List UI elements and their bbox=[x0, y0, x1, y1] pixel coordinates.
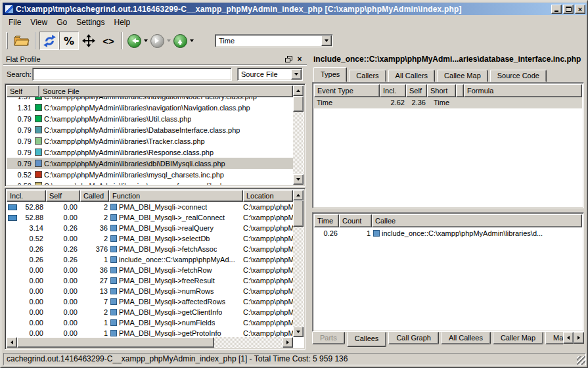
tab-scroll-left-button[interactable] bbox=[563, 332, 574, 344]
tab-callee-map[interactable]: Callee Map bbox=[437, 70, 488, 82]
file-row[interactable]: 0.79C:\xampp\phpMyAdmin\libraries\Tracke… bbox=[7, 135, 293, 147]
combo-dropdown-button[interactable] bbox=[291, 69, 302, 80]
file-row[interactable]: 0.52C:\xampp\phpMyAdmin\libraries\user_p… bbox=[7, 180, 293, 185]
menu-item-go[interactable]: Go bbox=[52, 16, 72, 28]
scroll-up-button[interactable] bbox=[293, 85, 304, 96]
back-dropdown[interactable] bbox=[142, 34, 149, 48]
event-row[interactable]: Time2.622.36Time bbox=[314, 97, 582, 108]
expand-width-button[interactable]: <> bbox=[99, 32, 118, 50]
search-input[interactable] bbox=[32, 68, 232, 81]
scroll-down-button[interactable] bbox=[293, 327, 304, 337]
flat-profile-titlebar: Flat Profile × bbox=[3, 53, 307, 65]
file-row[interactable]: 1.31C:\xampp\phpMyAdmin\libraries\naviga… bbox=[7, 102, 293, 113]
event-type-select[interactable]: Time bbox=[215, 34, 333, 47]
scrollbar-thumb[interactable] bbox=[293, 96, 304, 112]
header-called[interactable]: Called bbox=[80, 190, 109, 202]
scroll-right-button[interactable] bbox=[283, 337, 293, 348]
vertical-splitter[interactable] bbox=[307, 53, 309, 350]
header-callee[interactable]: Callee bbox=[372, 214, 582, 227]
bottom-tab-call-graph[interactable]: Call Graph bbox=[388, 332, 439, 344]
bottom-tab-all-callees[interactable]: All Callees bbox=[441, 332, 491, 344]
up-button[interactable] bbox=[172, 32, 188, 50]
header-spacer[interactable] bbox=[456, 84, 464, 97]
event-short-value: Time bbox=[427, 97, 456, 108]
function-row[interactable]: 0.520.002PMA_DBI_Mysqli->selectDbC:\xamp… bbox=[7, 233, 293, 244]
header-source-file[interactable]: Source File bbox=[39, 85, 293, 97]
file-row[interactable]: 1.57C:\xampp\phpMyAdmin\libraries\naviga… bbox=[7, 97, 293, 102]
tab-scroll-right-button[interactable] bbox=[574, 332, 584, 344]
incl-value: 0.00 bbox=[30, 277, 43, 285]
function-row[interactable]: 0.000.002PMA_DBI_Mysqli->getClientInfoC:… bbox=[7, 307, 293, 317]
bottom-tab-callees[interactable]: Callees bbox=[347, 332, 387, 347]
minimize-button[interactable] bbox=[551, 5, 562, 14]
float-panel-button[interactable] bbox=[284, 55, 293, 63]
tab-callers[interactable]: Callers bbox=[349, 70, 386, 82]
bottom-tab-machine[interactable]: Machine bbox=[545, 332, 563, 344]
header-self[interactable]: Self bbox=[7, 85, 39, 97]
header-incl[interactable]: Incl. bbox=[7, 190, 46, 202]
file-row[interactable]: 0.79C:\xampp\phpMyAdmin\libraries\Util.c… bbox=[7, 113, 293, 124]
header-incl[interactable]: Incl. bbox=[380, 84, 406, 97]
file-row[interactable]: 0.79C:\xampp\phpMyAdmin\libraries\Respon… bbox=[7, 147, 293, 158]
move-button[interactable] bbox=[79, 32, 99, 50]
scrollbar-thumb[interactable] bbox=[293, 200, 304, 227]
function-row[interactable]: 0.000.0036PMA_DBI_Mysqli->fetchRowC:\xam… bbox=[7, 265, 293, 275]
function-row[interactable]: 0.000.0013PMA_DBI_Mysqli->numRowsC:\xamp… bbox=[7, 286, 293, 296]
forward-button[interactable] bbox=[149, 32, 165, 50]
refresh-button[interactable] bbox=[39, 32, 59, 50]
title-bar[interactable]: C:\xampp\tmp\cachegrind.out.1416463299-C… bbox=[3, 3, 587, 15]
up-dropdown[interactable] bbox=[188, 34, 195, 48]
header-function[interactable]: Function bbox=[109, 190, 243, 202]
callee-row[interactable]: 0.261include_once::C:\xampp\phpMyAdmin\l… bbox=[314, 227, 582, 239]
header-location[interactable]: Location bbox=[243, 190, 293, 202]
percent-button[interactable]: % bbox=[59, 32, 79, 50]
close-panel-button[interactable]: × bbox=[295, 55, 304, 63]
combo-dropdown-button[interactable] bbox=[321, 35, 332, 46]
menu-item-help[interactable]: Help bbox=[110, 16, 135, 28]
back-icon bbox=[127, 34, 141, 48]
header-self[interactable]: Self bbox=[406, 84, 427, 97]
function-row[interactable]: 0.000.0027PMA_DBI_Mysqli->freeResultC:\x… bbox=[7, 275, 293, 286]
function-name: PMA_DBI_Mysqli->numRows bbox=[119, 287, 214, 295]
header-count[interactable]: Count bbox=[339, 214, 372, 227]
groupby-select[interactable]: Source File bbox=[237, 68, 303, 81]
function-row[interactable]: 0.000.001PMA_DBI_Mysqli->numFieldsC:\xam… bbox=[7, 317, 293, 328]
bottom-tab-caller-map[interactable]: Caller Map bbox=[493, 332, 543, 344]
function-row[interactable]: 3.140.2636PMA_DBI_Mysqli->realQueryC:\xa… bbox=[7, 223, 293, 233]
tab-all-callers[interactable]: All Callers bbox=[388, 70, 436, 82]
header-self[interactable]: Self bbox=[46, 190, 80, 202]
tab-source-code[interactable]: Source Code bbox=[490, 70, 547, 82]
toolbar-handle[interactable] bbox=[6, 32, 8, 49]
header-short[interactable]: Short bbox=[427, 84, 456, 97]
incl-value: 3.14 bbox=[30, 224, 43, 232]
scroll-left-button[interactable] bbox=[7, 337, 17, 348]
function-row[interactable]: 0.260.26376PMA_DBI_Mysqli->fetchAssocC:\… bbox=[7, 244, 293, 254]
file-row[interactable]: 0.79C:\xampp\phpMyAdmin\libraries\dbi\DB… bbox=[7, 158, 293, 169]
header-formula[interactable]: Formula bbox=[464, 84, 582, 97]
scroll-up-button[interactable] bbox=[293, 190, 304, 200]
function-row[interactable]: 52.880.002PMA_DBI_Mysqli->connectC:\xamp… bbox=[7, 202, 293, 212]
maximize-button[interactable] bbox=[563, 5, 574, 14]
function-row[interactable]: 0.000.007PMA_DBI_Mysqli->affectedRowsC:\… bbox=[7, 296, 293, 307]
scrollbar-thumb[interactable] bbox=[17, 337, 214, 348]
location-value: C:\xampp\phpMy... bbox=[243, 235, 293, 242]
header-event-type[interactable]: Event Type bbox=[314, 84, 380, 97]
event-table-body: Time2.622.36Time bbox=[314, 97, 582, 206]
menu-item-view[interactable]: View bbox=[26, 16, 52, 28]
tab-types[interactable]: Types bbox=[313, 67, 347, 82]
resize-grip[interactable] bbox=[577, 356, 585, 365]
forward-dropdown[interactable] bbox=[165, 34, 172, 48]
menu-item-file[interactable]: File bbox=[4, 16, 26, 28]
function-row[interactable]: 0.260.261include_once::C:\xampp\phpMyAd.… bbox=[7, 254, 293, 265]
file-row[interactable]: 0.79C:\xampp\phpMyAdmin\libraries\Databa… bbox=[7, 124, 293, 135]
menu-item-settings[interactable]: Settings bbox=[72, 16, 109, 28]
function-row[interactable]: 52.880.002PMA_DBI_Mysqli->_realConnectC:… bbox=[7, 212, 293, 223]
function-cell: PMA_DBI_Mysqli->numRows bbox=[109, 287, 243, 295]
scroll-down-button[interactable] bbox=[293, 174, 304, 185]
header-time[interactable]: Time bbox=[314, 214, 339, 227]
open-file-button[interactable] bbox=[12, 32, 32, 50]
close-button[interactable]: × bbox=[575, 5, 585, 14]
back-button[interactable] bbox=[126, 32, 142, 50]
file-cost-value: 0.79 bbox=[7, 137, 34, 145]
file-row[interactable]: 0.52C:\xampp\phpMyAdmin\libraries\mysql_… bbox=[7, 169, 293, 180]
